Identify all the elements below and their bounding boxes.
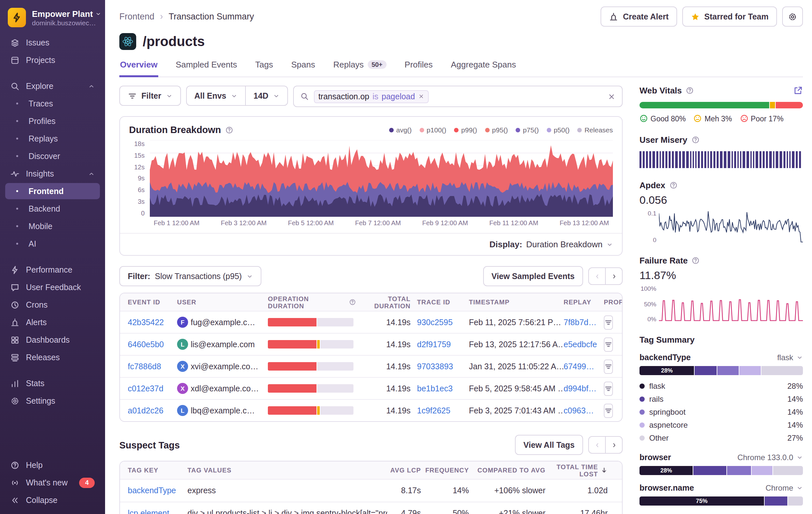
sidebar-item-settings[interactable]: Settings [5, 393, 100, 409]
info-icon[interactable] [669, 181, 677, 190]
chevron-down-icon [95, 11, 101, 17]
display-selector[interactable]: Duration Breakdown [526, 240, 613, 249]
profile-button[interactable] [604, 381, 613, 396]
sidebar-item-performance[interactable]: Performance [5, 262, 100, 278]
tag-distribution-bar[interactable]: 75% [639, 496, 803, 506]
org-switcher[interactable]: Empower Plant dominik.buszowiec… [0, 0, 105, 34]
next-page-button[interactable] [605, 436, 622, 454]
sidebar-item-traces[interactable]: Traces [5, 96, 100, 112]
failure-rate-chart[interactable] [659, 285, 803, 323]
tag-key-link[interactable]: lcp.element [128, 509, 169, 514]
create-alert-button[interactable]: Create Alert [601, 6, 677, 27]
sidebar-item-backend[interactable]: Backend [5, 200, 100, 217]
sidebar-item-crons[interactable]: Crons [5, 297, 100, 313]
remove-token-icon[interactable] [418, 93, 424, 99]
info-icon[interactable] [349, 299, 356, 306]
sidebar-item-ai[interactable]: AI [5, 236, 100, 252]
sidebar-item-stats[interactable]: Stats [5, 375, 100, 391]
duration-chart-svg [150, 140, 613, 217]
info-icon[interactable] [686, 86, 694, 95]
replay-link[interactable]: c0963d8b [563, 406, 597, 415]
previous-page-button[interactable] [588, 436, 606, 454]
sidebar-item-whats-new[interactable]: What's new4 [5, 475, 100, 491]
sidebar-item-help[interactable]: Help [5, 457, 100, 473]
replay-link[interactable]: e5edbcfe [563, 340, 597, 349]
profile-button[interactable] [604, 315, 613, 329]
sidebar-item-alerts[interactable]: Alerts [5, 314, 100, 330]
search-input[interactable]: transaction.op is pageload [293, 86, 622, 107]
tab-tags[interactable]: Tags [255, 55, 274, 77]
trace-id-link[interactable]: d2f91759 [417, 340, 451, 349]
event-id-link[interactable]: fc7886d8 [128, 362, 161, 371]
trace-id-link[interactable]: 930c2595 [417, 318, 453, 327]
event-id-link[interactable]: a01d2c26 [128, 406, 164, 415]
column-total-time-lost[interactable]: Total Time Lost [552, 463, 614, 477]
clear-search-icon[interactable] [608, 92, 615, 100]
tag-value-selector[interactable]: Chrome 133.0.0 [737, 453, 803, 462]
duration-breakdown-chart[interactable] [150, 140, 613, 217]
timestamp: Feb 13, 2025 12:17:56 A… [469, 340, 563, 349]
breadcrumb-frontend[interactable]: Frontend [119, 12, 154, 21]
apdex-chart[interactable] [659, 210, 803, 243]
trace-id-link[interactable]: be1b1ec3 [417, 384, 453, 393]
tag-key-link[interactable]: backendType [128, 486, 176, 495]
info-icon[interactable] [692, 256, 700, 265]
sidebar-item-profiles[interactable]: Profiles [5, 113, 100, 129]
total-duration: 14.19s [362, 384, 417, 393]
sidebar-item-releases[interactable]: Releases [5, 349, 100, 366]
column-user: User [177, 299, 268, 306]
tab-aggregate-spans[interactable]: Aggregate Spans [450, 55, 517, 77]
sidebar-item-dashboards[interactable]: Dashboards [5, 332, 100, 348]
user-misery-chart[interactable] [639, 151, 803, 168]
date-range-selector[interactable]: 14D [245, 86, 288, 106]
event-id-link[interactable]: 42b35422 [128, 318, 164, 327]
bullet-icon [16, 138, 18, 139]
tab-spans[interactable]: Spans [291, 55, 316, 77]
tab-overview[interactable]: Overview [119, 55, 158, 77]
flamegraph-icon [605, 384, 612, 392]
replay-link[interactable]: 7f8b7d1a [563, 318, 597, 327]
chevron-down-icon [246, 273, 253, 279]
trace-id-link[interactable]: 97033893 [417, 362, 453, 371]
tab-replays[interactable]: Replays50+ [333, 55, 387, 77]
transactions-filter-button[interactable]: Filter:Slow Transactions (p95) [119, 266, 261, 286]
sidebar-item-issues[interactable]: Issues [5, 34, 100, 51]
sidebar-item-projects[interactable]: Projects [5, 52, 100, 68]
profile-button[interactable] [604, 337, 613, 351]
info-icon[interactable] [225, 126, 233, 134]
tab-profiles[interactable]: Profiles [404, 55, 434, 77]
sidebar-item-frontend[interactable]: Frontend [5, 183, 100, 199]
tag-distribution-bar[interactable]: 28% [639, 366, 803, 375]
replay-link[interactable]: d994bf8d [563, 384, 597, 393]
sidebar-item-mobile[interactable]: Mobile [5, 218, 100, 234]
profile-button[interactable] [604, 403, 613, 417]
tab-sampled-events[interactable]: Sampled Events [175, 55, 238, 77]
tag-value-selector[interactable]: Chrome [765, 484, 803, 493]
view-sampled-events-button[interactable]: View Sampled Events [483, 266, 583, 286]
view-all-tags-button[interactable]: View All Tags [515, 435, 583, 455]
tag-legend-name: springboot [649, 408, 686, 417]
search-token[interactable]: transaction.op is pageload [314, 90, 429, 103]
previous-page-button[interactable] [588, 267, 606, 285]
info-icon[interactable] [691, 136, 699, 144]
sidebar-item-user-feedback[interactable]: User Feedback [5, 279, 100, 295]
filter-button[interactable]: Filter [119, 86, 181, 106]
replay-link[interactable]: 67499e14 [563, 362, 597, 371]
profile-button[interactable] [604, 359, 613, 374]
next-page-button[interactable] [605, 267, 622, 285]
event-id-link[interactable]: 6460e5b0 [128, 340, 164, 349]
tag-distribution-bar[interactable]: 28% [639, 466, 803, 475]
sidebar-group-insights[interactable]: Insights [5, 165, 100, 182]
sidebar-item-discover[interactable]: Discover [5, 148, 100, 164]
sidebar-item-replays[interactable]: Replays [5, 131, 100, 147]
environment-selector[interactable]: All Envs [186, 86, 246, 106]
sidebar-group-explore[interactable]: Explore [5, 78, 100, 94]
starred-for-team-button[interactable]: Starred for Team [682, 6, 777, 27]
web-vitals-bar[interactable] [639, 102, 803, 108]
tag-value-selector[interactable]: flask [777, 353, 803, 362]
trace-id-link[interactable]: 1c9f2625 [417, 406, 451, 415]
sidebar-item-collapse[interactable]: Collapse [5, 492, 100, 508]
settings-button[interactable] [782, 6, 803, 27]
open-in-new-icon[interactable] [793, 86, 803, 96]
event-id-link[interactable]: c012e37d [128, 384, 164, 393]
